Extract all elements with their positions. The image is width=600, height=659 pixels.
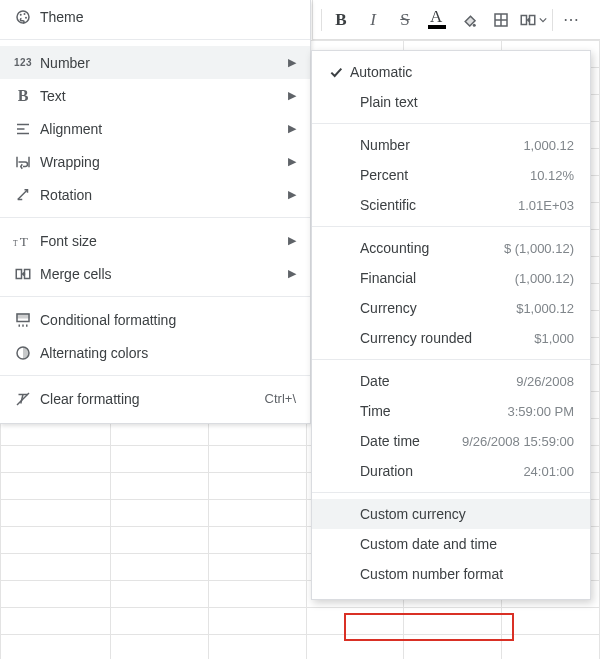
menu-item-wrapping[interactable]: Wrapping ▶ (0, 145, 310, 178)
svg-point-0 (473, 23, 476, 26)
wrap-icon (10, 153, 36, 171)
merge-cells-icon (10, 265, 36, 283)
menu-item-font-size[interactable]: TT Font size ▶ (0, 224, 310, 257)
menu-separator (0, 39, 310, 40)
chevron-right-icon: ▶ (288, 122, 296, 135)
submenu-item-custom-number-format[interactable]: Custom number format (312, 559, 590, 589)
svg-text:T: T (20, 234, 28, 249)
submenu-item-scientific[interactable]: Scientific 1.01E+03 (312, 190, 590, 220)
submenu-item-sample: 1,000.12 (523, 138, 574, 153)
italic-button[interactable]: I (358, 6, 388, 34)
menu-item-label: Theme (36, 9, 296, 25)
submenu-item-accounting[interactable]: Accounting $ (1,000.12) (312, 233, 590, 263)
submenu-item-label: Date (360, 373, 516, 389)
submenu-item-sample: $1,000.12 (516, 301, 574, 316)
menu-separator (312, 123, 590, 124)
submenu-item-label: Automatic (350, 64, 574, 80)
submenu-item-label: Accounting (360, 240, 504, 256)
borders-icon (492, 11, 510, 29)
merge-cells-button[interactable] (518, 6, 548, 34)
strikethrough-icon: S (400, 10, 409, 30)
submenu-item-custom-currency[interactable]: Custom currency (312, 499, 590, 529)
bold-button[interactable]: B (326, 6, 356, 34)
fill-color-button[interactable] (454, 6, 484, 34)
submenu-item-date-time[interactable]: Date time 9/26/2008 15:59:00 (312, 426, 590, 456)
svg-point-9 (25, 16, 27, 18)
submenu-item-time[interactable]: Time 3:59:00 PM (312, 396, 590, 426)
menu-item-alternating-colors[interactable]: Alternating colors (0, 336, 310, 369)
submenu-item-percent[interactable]: Percent 10.12% (312, 160, 590, 190)
conditional-formatting-icon (10, 311, 36, 329)
menu-separator (0, 296, 310, 297)
submenu-item-number[interactable]: Number 1,000.12 (312, 130, 590, 160)
submenu-item-sample: 24:01:00 (523, 464, 574, 479)
menu-item-label: Font size (36, 233, 288, 249)
submenu-item-custom-date-time[interactable]: Custom date and time (312, 529, 590, 559)
fill-color-icon (460, 11, 478, 29)
submenu-item-label: Custom currency (360, 506, 574, 522)
menu-item-label: Merge cells (36, 266, 288, 282)
submenu-item-sample: (1,000.12) (515, 271, 574, 286)
toolbar: B I S A ⋯ (312, 0, 600, 40)
menu-separator (312, 359, 590, 360)
menu-item-label: Text (36, 88, 288, 104)
bold-icon: B (335, 10, 346, 30)
font-size-icon: TT (10, 232, 36, 250)
chevron-right-icon: ▶ (288, 56, 296, 69)
submenu-item-financial[interactable]: Financial (1,000.12) (312, 263, 590, 293)
submenu-item-date[interactable]: Date 9/26/2008 (312, 366, 590, 396)
menu-separator (312, 226, 590, 227)
menu-item-label: Alignment (36, 121, 288, 137)
menu-item-shortcut: Ctrl+\ (265, 391, 296, 406)
clear-formatting-icon (10, 390, 36, 408)
format-menu: Theme 123 Number ▶ B Text ▶ Alignment ▶ … (0, 0, 311, 424)
submenu-item-automatic[interactable]: Automatic (312, 57, 590, 87)
menu-item-label: Clear formatting (36, 391, 265, 407)
submenu-item-currency[interactable]: Currency $1,000.12 (312, 293, 590, 323)
submenu-item-label: Percent (360, 167, 530, 183)
menu-item-label: Alternating colors (36, 345, 296, 361)
menu-separator (312, 492, 590, 493)
text-color-button[interactable]: A (422, 6, 452, 34)
menu-item-alignment[interactable]: Alignment ▶ (0, 112, 310, 145)
chevron-right-icon: ▶ (288, 188, 296, 201)
menu-item-label: Number (36, 55, 288, 71)
menu-separator (0, 217, 310, 218)
more-button[interactable]: ⋯ (557, 6, 587, 34)
submenu-item-duration[interactable]: Duration 24:01:00 (312, 456, 590, 486)
submenu-item-sample: 1.01E+03 (518, 198, 574, 213)
bold-b-icon: B (10, 87, 36, 105)
borders-button[interactable] (486, 6, 516, 34)
svg-rect-17 (16, 269, 21, 278)
align-icon (10, 120, 36, 138)
menu-item-label: Conditional formatting (36, 312, 296, 328)
menu-item-number[interactable]: 123 Number ▶ (0, 46, 310, 79)
menu-item-theme[interactable]: Theme (0, 0, 310, 33)
chevron-right-icon: ▶ (288, 155, 296, 168)
submenu-item-sample: $ (1,000.12) (504, 241, 574, 256)
submenu-item-label: Number (360, 137, 523, 153)
menu-item-text[interactable]: B Text ▶ (0, 79, 310, 112)
svg-text:T: T (13, 239, 18, 248)
submenu-item-label: Plain text (360, 94, 574, 110)
menu-item-merge-cells[interactable]: Merge cells ▶ (0, 257, 310, 290)
submenu-item-sample: $1,000 (534, 331, 574, 346)
svg-rect-4 (521, 15, 526, 24)
submenu-item-label: Custom date and time (360, 536, 574, 552)
menu-item-label: Rotation (36, 187, 288, 203)
toolbar-separator (552, 9, 553, 31)
submenu-item-label: Duration (360, 463, 523, 479)
submenu-item-sample: 9/26/2008 15:59:00 (462, 434, 574, 449)
palette-icon (10, 8, 36, 26)
strikethrough-button[interactable]: S (390, 6, 420, 34)
menu-item-rotation[interactable]: Rotation ▶ (0, 178, 310, 211)
menu-item-conditional-formatting[interactable]: Conditional formatting (0, 303, 310, 336)
rotation-icon (10, 186, 36, 204)
chevron-down-icon (539, 16, 547, 24)
alternating-colors-icon (10, 344, 36, 362)
menu-item-clear-formatting[interactable]: Clear formatting Ctrl+\ (0, 382, 310, 415)
chevron-right-icon: ▶ (288, 89, 296, 102)
submenu-item-currency-rounded[interactable]: Currency rounded $1,000 (312, 323, 590, 353)
chevron-right-icon: ▶ (288, 234, 296, 247)
submenu-item-plain-text[interactable]: Plain text (312, 87, 590, 117)
